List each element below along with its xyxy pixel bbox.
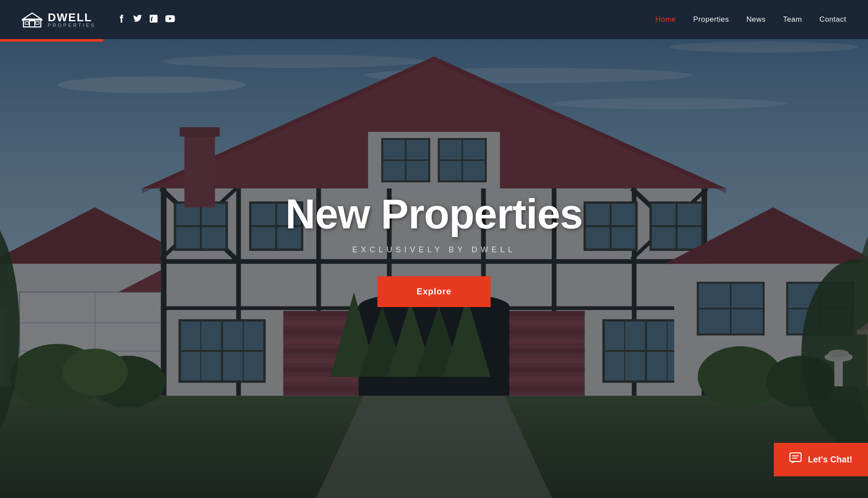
hero-section: DWELL PROPERTIES	[0, 0, 868, 498]
twitter-icon[interactable]	[133, 15, 142, 25]
youtube-icon[interactable]	[165, 15, 175, 24]
nav-news[interactable]: News	[746, 15, 766, 24]
svg-rect-113	[25, 22, 29, 24]
hero-title: New Properties	[286, 191, 583, 237]
svg-rect-115	[790, 453, 801, 462]
svg-rect-114	[36, 22, 39, 24]
chat-label: Let's Chat!	[808, 455, 852, 465]
explore-button[interactable]: Explore	[378, 276, 490, 307]
nav-contact[interactable]: Contact	[819, 15, 846, 24]
hero-content: New Properties EXCLUSIVELY BY DWELL Expl…	[286, 191, 583, 307]
logo-text: DWELL PROPERTIES	[48, 12, 96, 28]
nav-properties[interactable]: Properties	[693, 15, 729, 24]
linkedin-icon[interactable]	[150, 15, 158, 25]
navbar-left: DWELL PROPERTIES	[22, 11, 175, 28]
logo-name: DWELL	[48, 12, 96, 23]
svg-rect-112	[30, 21, 35, 27]
navbar-right: Home Properties News Team Contact	[655, 15, 846, 24]
logo-icon	[22, 11, 43, 28]
hero-subtitle: EXCLUSIVELY BY DWELL	[286, 245, 583, 254]
nav-team[interactable]: Team	[783, 15, 802, 24]
nav-home[interactable]: Home	[655, 15, 676, 24]
social-icons-group	[118, 15, 175, 25]
logo-area[interactable]: DWELL PROPERTIES	[22, 11, 96, 28]
chat-icon	[789, 452, 802, 467]
facebook-icon[interactable]	[118, 15, 125, 25]
navbar: DWELL PROPERTIES	[0, 0, 868, 39]
red-accent-bar	[0, 39, 103, 42]
logo-tagline: PROPERTIES	[48, 23, 96, 28]
chat-button[interactable]: Let's Chat!	[774, 443, 868, 476]
